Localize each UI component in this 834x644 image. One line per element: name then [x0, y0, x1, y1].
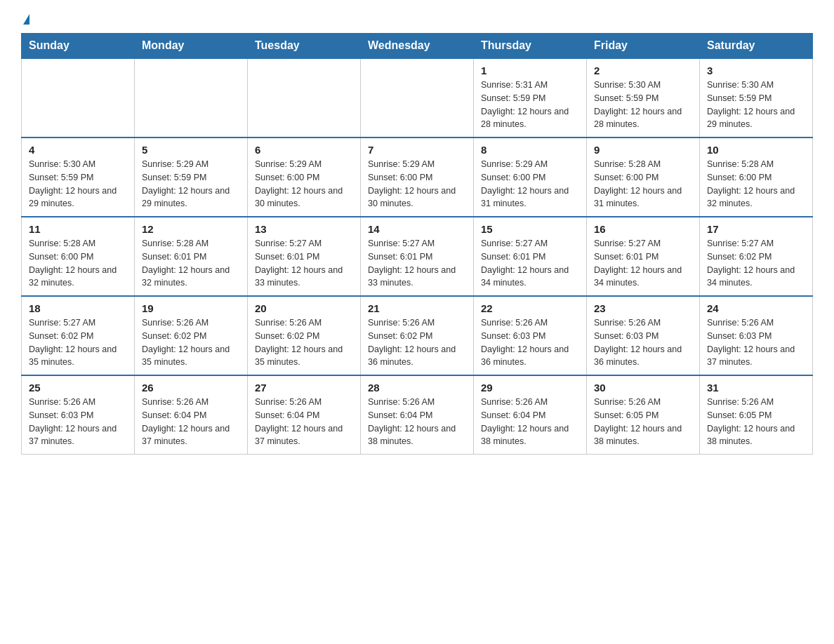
calendar-day-cell: 20Sunrise: 5:26 AMSunset: 6:02 PMDayligh… [248, 296, 361, 375]
day-number: 10 [707, 144, 805, 156]
day-number: 21 [368, 302, 466, 314]
day-sun-info: Sunrise: 5:27 AMSunset: 6:01 PMDaylight:… [594, 237, 692, 290]
day-sun-info: Sunrise: 5:26 AMSunset: 6:03 PMDaylight:… [707, 316, 805, 369]
day-number: 26 [142, 382, 240, 394]
calendar-day-cell: 16Sunrise: 5:27 AMSunset: 6:01 PMDayligh… [587, 217, 700, 296]
calendar-day-cell: 12Sunrise: 5:28 AMSunset: 6:01 PMDayligh… [135, 217, 248, 296]
logo-triangle-icon [23, 14, 29, 25]
day-number: 31 [707, 382, 805, 394]
calendar-day-cell: 2Sunrise: 5:30 AMSunset: 5:59 PMDaylight… [587, 58, 700, 137]
day-sun-info: Sunrise: 5:28 AMSunset: 6:00 PMDaylight:… [594, 158, 692, 210]
calendar-day-cell [248, 58, 361, 137]
day-sun-info: Sunrise: 5:28 AMSunset: 6:01 PMDaylight:… [142, 237, 240, 290]
day-sun-info: Sunrise: 5:26 AMSunset: 6:03 PMDaylight:… [481, 316, 579, 369]
day-of-week-header: Tuesday [248, 34, 361, 59]
day-sun-info: Sunrise: 5:26 AMSunset: 6:05 PMDaylight:… [707, 396, 805, 448]
calendar-day-cell: 6Sunrise: 5:29 AMSunset: 6:00 PMDaylight… [248, 137, 361, 217]
day-number: 14 [368, 223, 466, 235]
day-number: 23 [594, 302, 692, 314]
day-of-week-header: Sunday [22, 34, 135, 59]
calendar-day-cell: 11Sunrise: 5:28 AMSunset: 6:00 PMDayligh… [22, 217, 135, 296]
day-number: 8 [481, 144, 579, 156]
page-header [21, 14, 813, 26]
day-sun-info: Sunrise: 5:30 AMSunset: 5:59 PMDaylight:… [594, 79, 692, 131]
day-sun-info: Sunrise: 5:26 AMSunset: 6:04 PMDaylight:… [368, 396, 466, 448]
days-header-row: SundayMondayTuesdayWednesdayThursdayFrid… [22, 34, 813, 59]
calendar-day-cell: 15Sunrise: 5:27 AMSunset: 6:01 PMDayligh… [474, 217, 587, 296]
day-sun-info: Sunrise: 5:27 AMSunset: 6:01 PMDaylight:… [481, 237, 579, 290]
calendar-day-cell: 14Sunrise: 5:27 AMSunset: 6:01 PMDayligh… [361, 217, 474, 296]
day-number: 3 [707, 65, 805, 76]
day-sun-info: Sunrise: 5:28 AMSunset: 6:00 PMDaylight:… [29, 237, 127, 290]
day-number: 28 [368, 382, 466, 394]
calendar-day-cell: 23Sunrise: 5:26 AMSunset: 6:03 PMDayligh… [587, 296, 700, 375]
day-number: 16 [594, 223, 692, 235]
calendar-day-cell: 27Sunrise: 5:26 AMSunset: 6:04 PMDayligh… [248, 375, 361, 455]
day-sun-info: Sunrise: 5:29 AMSunset: 6:00 PMDaylight:… [255, 158, 353, 210]
day-number: 9 [594, 144, 692, 156]
day-sun-info: Sunrise: 5:31 AMSunset: 5:59 PMDaylight:… [481, 79, 579, 131]
logo [21, 14, 29, 26]
calendar-day-cell: 5Sunrise: 5:29 AMSunset: 5:59 PMDaylight… [135, 137, 248, 217]
day-sun-info: Sunrise: 5:27 AMSunset: 6:01 PMDaylight:… [255, 237, 353, 290]
day-number: 19 [142, 302, 240, 314]
calendar-week-row: 4Sunrise: 5:30 AMSunset: 5:59 PMDaylight… [22, 137, 813, 217]
day-sun-info: Sunrise: 5:26 AMSunset: 6:02 PMDaylight:… [255, 316, 353, 369]
day-number: 27 [255, 382, 353, 394]
day-number: 20 [255, 302, 353, 314]
calendar-day-cell: 8Sunrise: 5:29 AMSunset: 6:00 PMDaylight… [474, 137, 587, 217]
calendar-day-cell: 24Sunrise: 5:26 AMSunset: 6:03 PMDayligh… [700, 296, 813, 375]
calendar-day-cell: 31Sunrise: 5:26 AMSunset: 6:05 PMDayligh… [700, 375, 813, 455]
day-sun-info: Sunrise: 5:30 AMSunset: 5:59 PMDaylight:… [707, 79, 805, 131]
day-number: 22 [481, 302, 579, 314]
day-of-week-header: Friday [587, 34, 700, 59]
day-sun-info: Sunrise: 5:29 AMSunset: 6:00 PMDaylight:… [368, 158, 466, 210]
day-number: 30 [594, 382, 692, 394]
calendar-day-cell: 1Sunrise: 5:31 AMSunset: 5:59 PMDaylight… [474, 58, 587, 137]
day-number: 7 [368, 144, 466, 156]
calendar-day-cell [22, 58, 135, 137]
day-number: 5 [142, 144, 240, 156]
calendar-day-cell: 28Sunrise: 5:26 AMSunset: 6:04 PMDayligh… [361, 375, 474, 455]
calendar-day-cell: 7Sunrise: 5:29 AMSunset: 6:00 PMDaylight… [361, 137, 474, 217]
day-number: 2 [594, 65, 692, 76]
day-of-week-header: Saturday [700, 34, 813, 59]
calendar-day-cell: 18Sunrise: 5:27 AMSunset: 6:02 PMDayligh… [22, 296, 135, 375]
calendar-week-row: 1Sunrise: 5:31 AMSunset: 5:59 PMDaylight… [22, 58, 813, 137]
day-sun-info: Sunrise: 5:29 AMSunset: 6:00 PMDaylight:… [481, 158, 579, 210]
calendar-day-cell: 29Sunrise: 5:26 AMSunset: 6:04 PMDayligh… [474, 375, 587, 455]
day-number: 17 [707, 223, 805, 235]
day-number: 15 [481, 223, 579, 235]
calendar-day-cell [135, 58, 248, 137]
day-of-week-header: Monday [135, 34, 248, 59]
day-sun-info: Sunrise: 5:27 AMSunset: 6:02 PMDaylight:… [707, 237, 805, 290]
day-sun-info: Sunrise: 5:27 AMSunset: 6:02 PMDaylight:… [29, 316, 127, 369]
calendar-day-cell: 13Sunrise: 5:27 AMSunset: 6:01 PMDayligh… [248, 217, 361, 296]
day-number: 13 [255, 223, 353, 235]
day-sun-info: Sunrise: 5:26 AMSunset: 6:04 PMDaylight:… [481, 396, 579, 448]
day-sun-info: Sunrise: 5:26 AMSunset: 6:03 PMDaylight:… [29, 396, 127, 448]
day-sun-info: Sunrise: 5:26 AMSunset: 6:03 PMDaylight:… [594, 316, 692, 369]
day-sun-info: Sunrise: 5:26 AMSunset: 6:04 PMDaylight:… [142, 396, 240, 448]
day-sun-info: Sunrise: 5:27 AMSunset: 6:01 PMDaylight:… [368, 237, 466, 290]
calendar-day-cell: 3Sunrise: 5:30 AMSunset: 5:59 PMDaylight… [700, 58, 813, 137]
day-sun-info: Sunrise: 5:28 AMSunset: 6:00 PMDaylight:… [707, 158, 805, 210]
calendar-table: SundayMondayTuesdayWednesdayThursdayFrid… [21, 33, 813, 455]
day-sun-info: Sunrise: 5:29 AMSunset: 5:59 PMDaylight:… [142, 158, 240, 210]
day-number: 12 [142, 223, 240, 235]
day-sun-info: Sunrise: 5:30 AMSunset: 5:59 PMDaylight:… [29, 158, 127, 210]
calendar-day-cell: 9Sunrise: 5:28 AMSunset: 6:00 PMDaylight… [587, 137, 700, 217]
day-number: 25 [29, 382, 127, 394]
calendar-day-cell: 17Sunrise: 5:27 AMSunset: 6:02 PMDayligh… [700, 217, 813, 296]
day-number: 4 [29, 144, 127, 156]
calendar-day-cell [361, 58, 474, 137]
calendar-week-row: 18Sunrise: 5:27 AMSunset: 6:02 PMDayligh… [22, 296, 813, 375]
calendar-week-row: 25Sunrise: 5:26 AMSunset: 6:03 PMDayligh… [22, 375, 813, 455]
calendar-day-cell: 4Sunrise: 5:30 AMSunset: 5:59 PMDaylight… [22, 137, 135, 217]
day-sun-info: Sunrise: 5:26 AMSunset: 6:05 PMDaylight:… [594, 396, 692, 448]
calendar-day-cell: 22Sunrise: 5:26 AMSunset: 6:03 PMDayligh… [474, 296, 587, 375]
day-number: 1 [481, 65, 579, 76]
calendar-week-row: 11Sunrise: 5:28 AMSunset: 6:00 PMDayligh… [22, 217, 813, 296]
calendar-day-cell: 26Sunrise: 5:26 AMSunset: 6:04 PMDayligh… [135, 375, 248, 455]
day-sun-info: Sunrise: 5:26 AMSunset: 6:02 PMDaylight:… [142, 316, 240, 369]
